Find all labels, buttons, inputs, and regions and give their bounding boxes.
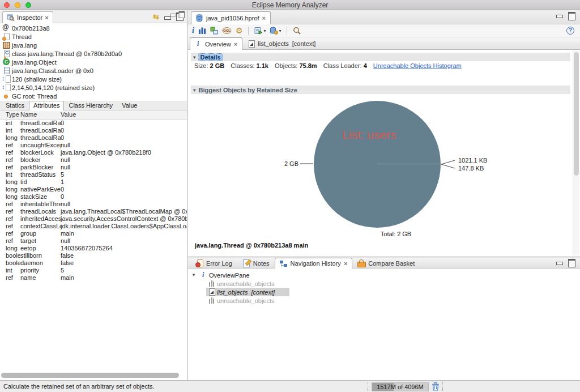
bottom-tab-label: Navigation History <box>291 260 341 267</box>
attribute-type: long <box>0 134 20 142</box>
navigation-history-item[interactable]: list_objects [context] <box>188 288 580 296</box>
attribute-type: long <box>0 245 20 252</box>
minimize-view-icon[interactable] <box>556 259 563 267</box>
search-button[interactable] <box>293 25 301 36</box>
histogram-button[interactable] <box>198 25 206 36</box>
attribute-row[interactable]: int threadLocalRa 0 <box>0 120 187 127</box>
attribute-row[interactable]: boolean stillborn false <box>0 252 187 259</box>
pie-chart[interactable] <box>314 101 441 228</box>
horizontal-scrollbar[interactable] <box>1 373 182 378</box>
link-with-snapshot-icon[interactable] <box>153 13 159 20</box>
editor-tabbar: java_pid1056.hprof <box>188 10 580 24</box>
heap-dump-actions-dropdown[interactable] <box>270 25 281 36</box>
attribute-name: stackSize <box>20 193 61 201</box>
tree-item[interactable]: GC root: Thread <box>0 92 187 100</box>
tab-list-objects[interactable]: list_objects [context] <box>242 37 321 49</box>
query-browser-dropdown[interactable] <box>254 25 266 36</box>
minimize-pane-icon[interactable] <box>170 11 176 18</box>
tree-item[interactable]: 0x780b213a8 <box>0 24 187 32</box>
attribute-row[interactable]: ref inheritedAcces java.security.AccessC… <box>0 215 187 223</box>
collapse-arrow-icon[interactable] <box>193 54 196 60</box>
attribute-name: threadLocals <box>20 208 61 215</box>
tree-item[interactable]: Thread <box>0 32 187 41</box>
dominator-tree-button[interactable] <box>210 25 218 36</box>
attribute-row[interactable]: ref name main <box>0 274 187 282</box>
attribute-value: null <box>61 164 187 171</box>
maximize-editor-icon[interactable] <box>568 12 575 20</box>
attribute-row[interactable]: long eetop 140356872075264 <box>0 245 187 252</box>
heap-status-widget[interactable]: 1517M of 4096M <box>372 382 429 391</box>
tab-heap-dump[interactable]: java_pid1056.hprof <box>191 11 271 24</box>
leak-report-button[interactable] <box>236 25 243 36</box>
attribute-row[interactable]: long threadLocalRa 0 <box>0 134 187 142</box>
tab-navigation-history[interactable]: Navigation History <box>275 258 353 269</box>
subtab-attributes[interactable]: Attributes <box>29 101 64 110</box>
attribute-row[interactable]: ref blocker null <box>0 156 187 164</box>
attribute-row[interactable]: ref group main <box>0 230 187 237</box>
navigation-history-item[interactable]: unreachable_objects <box>188 296 580 305</box>
tree-item[interactable]: 120 (shallow size) <box>0 75 187 83</box>
tree-item[interactable]: java.lang <box>0 41 187 49</box>
subtab-statics[interactable]: Statics <box>1 101 29 110</box>
attribute-row[interactable]: boolean daemon false <box>0 259 187 267</box>
attribute-row[interactable]: long stackSize 0 <box>0 193 187 201</box>
inspector-tab[interactable]: Inspector <box>2 11 53 23</box>
close-icon[interactable] <box>344 260 347 267</box>
tree-item[interactable]: class java.lang.Thread @ 0x780b2d0a0 <box>0 49 187 58</box>
help-button[interactable] <box>566 27 574 35</box>
attribute-row[interactable]: int threadLocalRa 0 <box>0 127 187 134</box>
unreachable-objects-histogram-link[interactable]: Unreachable Objects Histogram <box>373 62 462 69</box>
tree-item[interactable]: 2,14,50,14,120 (retained size) <box>0 83 187 92</box>
minimize-editor-icon[interactable] <box>556 12 563 20</box>
bottom-view: Error Log Notes Navigation History <box>188 258 580 380</box>
vertical-scrollbar[interactable] <box>573 51 579 255</box>
overview-info-button[interactable] <box>192 25 194 36</box>
run-garbage-collector-button[interactable] <box>432 382 440 391</box>
scrollbar-thumb[interactable] <box>574 52 579 176</box>
column-value[interactable]: Value <box>61 111 187 119</box>
attribute-row[interactable]: int priority 5 <box>0 267 187 274</box>
navigation-history-item[interactable]: unreachable_objects <box>188 279 580 288</box>
attribute-row[interactable]: ref uncaughtExcep null <box>0 142 187 149</box>
close-icon[interactable] <box>262 15 266 22</box>
collapse-arrow-icon[interactable] <box>193 87 196 93</box>
tab-notes[interactable]: Notes <box>237 258 275 268</box>
scrollbar-thumb[interactable] <box>1 373 179 378</box>
drag-grip[interactable] <box>368 382 368 391</box>
subtab-class-hierarchy[interactable]: Class Hierarchy <box>64 101 117 110</box>
tab-error-log[interactable]: Error Log <box>190 258 237 268</box>
attribute-row[interactable]: ref target null <box>0 237 187 245</box>
attribute-name: tid <box>20 178 61 186</box>
classes-value: 1.1k <box>257 62 268 69</box>
attribute-row[interactable]: int threadStatus 5 <box>0 171 187 178</box>
size-label: Size: <box>194 62 208 69</box>
attribute-row[interactable]: ref inheritableThre null <box>0 201 187 208</box>
tree-item[interactable]: java.lang.ClassLoader @ 0x0 <box>0 66 187 75</box>
expand-arrow-icon[interactable] <box>191 272 198 278</box>
subtab-value[interactable]: Value <box>117 101 142 110</box>
attribute-row[interactable]: ref contextClassLo jdk.internal.loader.C… <box>0 223 187 230</box>
biggest-objects-section-header[interactable]: Biggest Objects by Retained Size <box>191 86 570 94</box>
tab-overview[interactable]: Overview <box>190 37 242 50</box>
tree-item[interactable]: java.lang.Object <box>0 58 187 66</box>
column-type[interactable]: Type <box>0 111 20 119</box>
close-icon[interactable] <box>234 41 237 48</box>
close-icon[interactable] <box>45 14 48 21</box>
tree-item-label: Thread <box>12 33 32 40</box>
minimize-view-icon[interactable] <box>164 14 171 20</box>
attribute-name: uncaughtExcep <box>20 142 61 149</box>
attribute-row[interactable]: long nativeParkEver 0 <box>0 186 187 193</box>
column-name[interactable]: Name <box>20 111 61 119</box>
attribute-row[interactable]: ref threadLocals java.lang.ThreadLocal$T… <box>0 208 187 215</box>
maximize-view-icon[interactable] <box>568 259 575 267</box>
attribute-row[interactable]: ref parkBlocker null <box>0 164 187 171</box>
maximize-pane-icon[interactable] <box>179 11 185 18</box>
oql-button[interactable]: OQL <box>222 25 232 36</box>
attribute-row[interactable]: ref blockerLock java.lang.Object @ 0x780… <box>0 149 187 156</box>
tab-compare-basket[interactable]: Compare Basket <box>352 258 420 268</box>
details-section-header[interactable]: Details <box>191 53 570 61</box>
attribute-type: ref <box>0 142 20 149</box>
attribute-row[interactable]: long tid 1 <box>0 178 187 186</box>
navigation-history-item[interactable]: OverviewPane <box>188 271 580 279</box>
drag-grip[interactable] <box>442 382 443 391</box>
